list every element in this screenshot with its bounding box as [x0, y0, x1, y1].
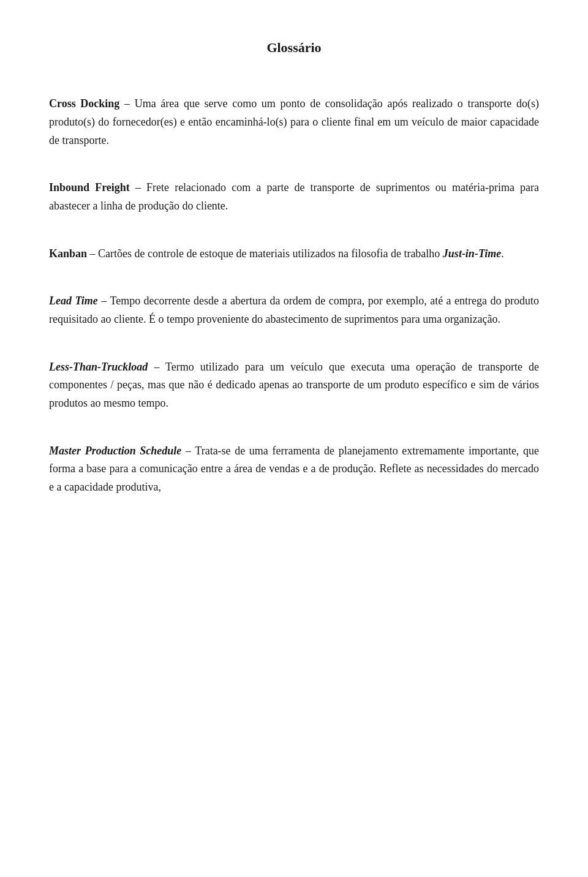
- dash-master-production-schedule: –: [181, 445, 195, 457]
- dash-lead-time: –: [98, 295, 110, 307]
- entry-less-than-truckload-text: Less-Than-Truckload – Termo utilizado pa…: [49, 358, 539, 413]
- entry-lead-time-text: Lead Time – Tempo decorrente desde a abe…: [49, 292, 539, 328]
- entry-master-production-schedule: Master Production Schedule – Trata-se de…: [49, 442, 539, 497]
- page-container: Glossário Cross Docking – Uma área que s…: [0, 0, 588, 877]
- dash-inbound-freight: –: [130, 181, 146, 194]
- entry-cross-docking-text: Cross Docking – Uma área que serve como …: [49, 95, 539, 149]
- term-lead-time: Lead Time: [49, 295, 98, 307]
- entry-inbound-freight-text: Inbound Freight – Frete relacionado com …: [49, 179, 539, 215]
- term-master-production-schedule: Master Production Schedule: [49, 445, 181, 457]
- entry-kanban-text: Kanban – Cartões de controle de estoque …: [49, 245, 539, 263]
- def-kanban-after: .: [501, 247, 504, 260]
- entry-kanban: Kanban – Cartões de controle de estoque …: [49, 245, 539, 263]
- term-less-than-truckload: Less-Than-Truckload: [49, 361, 148, 373]
- def-kanban-italic: Just-in-Time: [443, 247, 501, 260]
- entry-less-than-truckload: Less-Than-Truckload – Termo utilizado pa…: [49, 358, 539, 413]
- dash-less-than-truckload: –: [148, 361, 165, 373]
- page-title: Glossário: [49, 37, 539, 58]
- term-cross-docking: Cross Docking: [49, 97, 119, 110]
- term-inbound-freight: Inbound Freight: [49, 181, 130, 194]
- term-kanban: Kanban: [49, 247, 87, 260]
- def-kanban: Cartões de controle de estoque de materi…: [98, 247, 443, 260]
- entry-cross-docking: Cross Docking – Uma área que serve como …: [49, 95, 539, 149]
- entry-master-production-schedule-text: Master Production Schedule – Trata-se de…: [49, 442, 539, 497]
- def-lead-time: Tempo decorrente desde a abertura da ord…: [49, 295, 539, 325]
- dash-kanban: –: [87, 247, 98, 260]
- entry-inbound-freight: Inbound Freight – Frete relacionado com …: [49, 179, 539, 215]
- dash-cross-docking: –: [119, 97, 134, 110]
- entry-lead-time: Lead Time – Tempo decorrente desde a abe…: [49, 292, 539, 328]
